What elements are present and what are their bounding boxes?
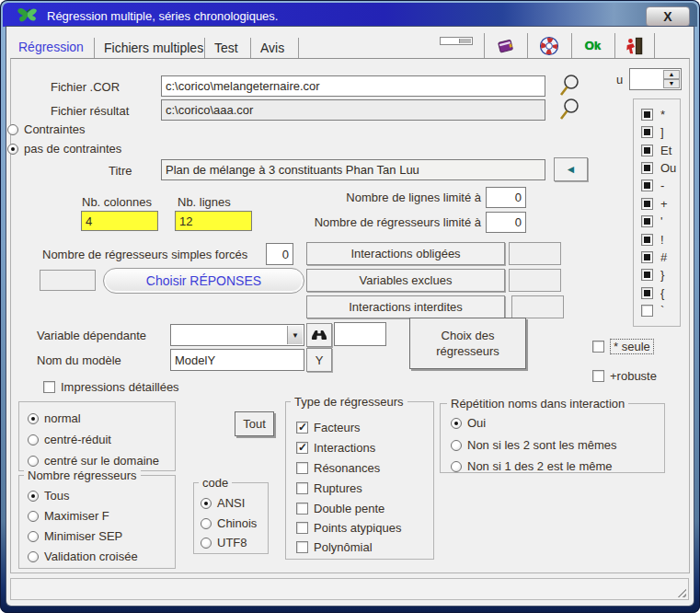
operator-backtick[interactable]: ` [641, 304, 680, 318]
radio-centre-domaine[interactable]: centré sur le domaine [28, 454, 159, 468]
radio-utf8[interactable]: UTF8 [201, 536, 247, 549]
browse-cor-button[interactable] [557, 73, 586, 98]
radio-oui[interactable]: Oui [451, 416, 486, 430]
radio-contraintes[interactable]: Contraintes [7, 122, 85, 136]
checkbox-icon[interactable] [296, 503, 308, 515]
choix-regresseurs-button[interactable]: Choix des régresseurs [409, 318, 526, 369]
checkbox-icon[interactable] [641, 305, 653, 317]
radio-icon[interactable] [7, 144, 18, 155]
radio-icon[interactable] [201, 498, 212, 509]
operator-brace-close[interactable]: } [641, 268, 680, 282]
operator-ou[interactable]: Ou [641, 161, 680, 175]
impressions-checkbox[interactable]: Impressions détaillées [43, 380, 179, 394]
radio-chinois[interactable]: Chinois [201, 516, 257, 530]
checkbox-icon[interactable] [641, 287, 653, 299]
operator-star[interactable]: * [641, 108, 680, 121]
chevron-down-icon[interactable]: ▼ [287, 326, 303, 344]
checkbox-ruptures[interactable]: Ruptures [296, 481, 362, 495]
interactions-obligees-button[interactable]: Interactions obligées [306, 242, 505, 265]
radio-centre-reduit[interactable]: centré-réduit [28, 433, 111, 446]
checkbox-icon[interactable] [592, 341, 604, 353]
nb-lignes-input[interactable] [175, 211, 252, 231]
radio-ansi[interactable]: ANSI [201, 496, 245, 510]
radio-icon[interactable] [451, 461, 462, 472]
radio-icon[interactable] [28, 551, 39, 562]
y-button[interactable]: Y [306, 348, 332, 372]
checkbox-icon[interactable] [296, 541, 308, 553]
radio-icon[interactable] [28, 434, 39, 445]
robuste-checkbox[interactable]: +robuste [592, 369, 657, 383]
operator-hash[interactable]: # [641, 250, 680, 264]
variable-dependante-combo[interactable]: ▼ [170, 324, 304, 346]
checkbox-icon[interactable] [296, 462, 308, 474]
titre-prev-button[interactable]: ◄ [554, 157, 588, 181]
regresseurs-forces-input[interactable] [266, 243, 293, 265]
checkbox-icon[interactable] [641, 234, 653, 246]
operator-et[interactable]: Et [641, 144, 680, 157]
interactions-interdites-button[interactable]: Interactions interdites [306, 295, 505, 318]
lignes-limite-input[interactable] [486, 187, 526, 208]
ok-button[interactable]: Ok [571, 33, 614, 58]
resize-grip-icon[interactable] [675, 586, 686, 597]
nb-colonnes-input[interactable] [81, 211, 158, 231]
tab-test[interactable]: Test [214, 40, 238, 55]
checkbox-facteurs[interactable]: Facteurs [296, 421, 361, 434]
variables-exclues-button[interactable]: Variables exclues [306, 269, 505, 292]
help-book-button[interactable] [484, 33, 526, 58]
radio-icon[interactable] [28, 413, 39, 424]
checkbox-icon[interactable] [641, 162, 653, 174]
fichier-cor-input[interactable] [161, 75, 545, 97]
checkbox-icon[interactable] [641, 215, 653, 227]
checkbox-icon[interactable] [296, 522, 308, 534]
operator-brace-open[interactable]: { [641, 286, 680, 300]
radio-validation-croisee[interactable]: Validation croisée [28, 549, 138, 563]
checkbox-icon[interactable] [296, 482, 308, 494]
checkbox-points-atypiques[interactable]: Points atypiques [296, 521, 401, 535]
find-variable-button[interactable] [306, 323, 332, 347]
checkbox-interactions[interactable]: Interactions [296, 441, 375, 455]
radio-maximiser-f[interactable]: Maximiser F [28, 509, 109, 523]
titre-input[interactable] [161, 159, 545, 180]
tab-regression[interactable]: Régression [18, 40, 84, 54]
radio-normal[interactable]: normal [28, 411, 81, 425]
radio-icon[interactable] [28, 456, 39, 467]
checkbox-icon[interactable] [641, 269, 653, 281]
checkbox-icon[interactable] [641, 145, 653, 156]
u-spinner[interactable]: ▲ ▼ [629, 68, 682, 90]
browse-resultat-button[interactable] [557, 97, 586, 122]
help-lifesaver-button[interactable] [527, 33, 570, 58]
checkbox-icon[interactable] [43, 381, 55, 393]
radio-icon[interactable] [28, 511, 39, 522]
operator-plus[interactable]: + [641, 197, 680, 211]
exit-button[interactable] [614, 33, 654, 58]
radio-icon[interactable] [28, 491, 39, 502]
checkbox-polynomial[interactable]: Polynômial [296, 540, 373, 554]
close-button[interactable]: X [646, 6, 690, 27]
operator-minus[interactable]: - [641, 179, 680, 192]
fichier-resultat-input[interactable] [161, 99, 545, 121]
checkbox-icon[interactable] [296, 442, 308, 454]
regresseurs-limite-input[interactable] [486, 212, 526, 233]
operator-apostrophe[interactable]: ' [641, 214, 680, 228]
choisir-reponses-button[interactable]: Choisir RÉPONSES [103, 268, 304, 294]
checkbox-double-pente[interactable]: Double pente [296, 502, 384, 515]
operator-exclamation[interactable]: ! [641, 233, 680, 247]
checkbox-icon[interactable] [592, 370, 604, 382]
tout-button[interactable]: Tout [235, 411, 274, 436]
radio-minimiser-sep[interactable]: Minimiser SEP [28, 529, 122, 543]
seule-checkbox[interactable]: * seule [592, 339, 654, 354]
checkbox-icon[interactable] [641, 126, 653, 138]
checkbox-icon[interactable] [641, 251, 653, 263]
checkbox-icon[interactable] [641, 179, 653, 191]
operator-bracket-close[interactable]: ] [641, 125, 680, 139]
radio-icon[interactable] [7, 124, 18, 135]
variable-value-box[interactable] [334, 322, 386, 346]
spin-down-icon[interactable]: ▼ [663, 79, 680, 88]
tab-avis[interactable]: Avis [260, 40, 284, 55]
radio-icon[interactable] [201, 518, 212, 529]
radio-icon[interactable] [28, 531, 39, 542]
radio-pas-de-contraintes[interactable]: pas de contraintes [7, 142, 121, 156]
radio-icon[interactable] [451, 440, 462, 451]
checkbox-resonances[interactable]: Résonances [296, 461, 380, 475]
radio-non-1-meme[interactable]: Non si 1 des 2 est le même [451, 459, 613, 473]
